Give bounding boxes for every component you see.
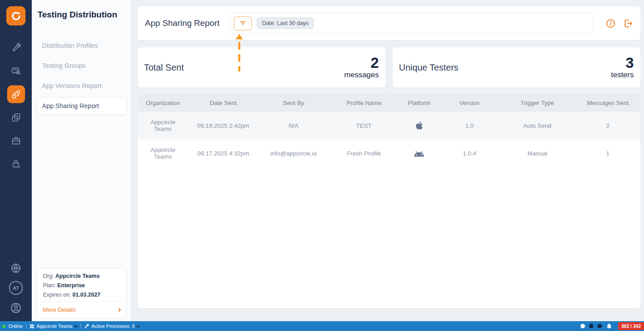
page-title: App Sharing Report <box>145 18 220 28</box>
cell-version: 1.0.4 <box>439 139 500 167</box>
status-dot-dark <box>597 324 602 328</box>
export-icon[interactable] <box>623 18 633 29</box>
total-sent-card: Total Sent 2 messages <box>138 47 386 88</box>
stat-value: 3 <box>611 55 634 71</box>
active-processes-button[interactable]: Active Processes: 3 <box>84 323 140 329</box>
app-window: AT Testing Distribution Distribution Pro… <box>0 0 644 321</box>
column-header-sent-by: Sent By <box>258 94 329 112</box>
sidebar-item-label: App Sharing Report <box>42 102 99 109</box>
rail-item-license[interactable] <box>7 155 25 173</box>
appcircle-logo[interactable] <box>6 6 25 25</box>
bell-icon[interactable] <box>606 323 612 329</box>
android-icon <box>414 151 424 157</box>
stat-label: Unique Testers <box>399 63 458 73</box>
sidebar-item-label: App Versions Report <box>42 82 102 89</box>
chevron-up-icon <box>74 325 78 329</box>
rail-item-testing-distribution[interactable] <box>7 85 25 103</box>
cell-profile-name: Fresh Profile <box>329 139 399 167</box>
document-search-icon <box>11 66 21 76</box>
filter-bar: Date: Last 30 days <box>230 13 593 34</box>
cell-sent-by: info@appcircle.io <box>258 139 329 167</box>
module-rail: AT <box>0 0 32 321</box>
main-content: App Sharing Report Date: Last 30 days <box>131 0 644 321</box>
date-filter-chip[interactable]: Date: Last 30 days <box>257 17 314 29</box>
cell-messages-sent: 2 <box>575 112 640 139</box>
expires-line: Expires on: 01.03.2027 <box>43 292 120 298</box>
sidebar-item-app-sharing-report[interactable]: App Sharing Report <box>37 97 127 115</box>
unique-testers-card: Unique Testers 3 testers <box>393 47 640 88</box>
sidebar: Testing Distribution Distribution Profil… <box>32 0 131 321</box>
cell-trigger-type: Auto Send <box>500 112 575 139</box>
org-line: Org: Appcircle Teams <box>43 273 120 279</box>
rail-item-signing-identities[interactable] <box>7 62 25 80</box>
column-header-messages-sent: Messages Sent <box>575 94 640 112</box>
plan-line: Plan: Enterprise <box>43 282 120 289</box>
table-header: Organization Date Sent Sent By Profile N… <box>138 94 640 112</box>
stat-unit: messages <box>344 71 379 80</box>
more-details-button[interactable]: More Details <box>37 301 126 318</box>
sidebar-item-testing-groups[interactable]: Testing Groups <box>37 57 127 75</box>
org-info-box: Org: Appcircle Teams Plan: Enterprise Ex… <box>37 268 127 318</box>
column-header-date-sent: Date Sent <box>188 94 258 112</box>
column-header-version: Version <box>439 94 500 112</box>
wrench-icon <box>84 324 89 329</box>
sharing-report-table: Organization Date Sent Sent By Profile N… <box>138 94 640 167</box>
org-avatar-initials: AT <box>13 285 19 291</box>
info-icon[interactable] <box>606 18 616 29</box>
cell-sent-by: N/A <box>258 112 329 139</box>
divider <box>80 323 81 329</box>
filter-icon <box>238 19 247 27</box>
rail-item-publish[interactable] <box>7 109 25 126</box>
plan-label: Plan: <box>43 282 56 289</box>
rail-item-docs-globe[interactable] <box>7 259 25 277</box>
lock-icon <box>11 159 21 169</box>
cell-organization: Appcircle Teams <box>138 112 188 139</box>
statusbar-org-selector[interactable]: Appcircle Teams <box>30 323 78 329</box>
stat-value-group: 2 messages <box>344 55 379 80</box>
cell-trigger-type: Manual <box>500 139 575 167</box>
usage-badge[interactable]: 302 / 342 <box>618 322 644 330</box>
publish-icon <box>11 113 21 122</box>
cell-platform <box>399 112 439 139</box>
cell-date-sent: 09.19.2025 2:42pm <box>188 112 258 139</box>
active-processes-label: Active Processes: 3 <box>91 323 135 329</box>
stat-label: Total Sent <box>144 63 184 73</box>
org-label: Org: <box>43 273 54 279</box>
cell-platform <box>399 139 439 167</box>
column-header-trigger-type: Trigger Type <box>500 94 575 112</box>
filter-button[interactable] <box>234 17 252 30</box>
column-header-organization: Organization <box>138 94 188 112</box>
rail-item-enterprise-store[interactable] <box>7 132 25 150</box>
org-value: Appcircle Teams <box>55 273 100 279</box>
table-row: Appcircle Teams 09.19.2025 2:42pm N/A TE… <box>138 112 640 139</box>
status-dot-white <box>580 324 585 328</box>
appcircle-logo-icon <box>10 10 22 22</box>
stat-value-group: 3 testers <box>611 55 634 80</box>
cell-version: 1.0 <box>439 112 500 139</box>
table-row: Appcircle Teams 09.17.2025 4:32pm info@a… <box>138 139 640 167</box>
org-grid-icon <box>30 324 34 329</box>
online-label: Online <box>8 323 23 329</box>
header-action-icons <box>606 18 633 29</box>
status-dot-dark <box>589 324 593 328</box>
apple-icon <box>415 121 423 130</box>
stat-value: 2 <box>344 55 379 71</box>
sidebar-item-distribution-profiles[interactable]: Distribution Profiles <box>37 37 127 54</box>
user-circle-icon <box>10 302 22 314</box>
cell-profile-name: TEST <box>329 112 399 139</box>
rail-item-profile[interactable] <box>7 299 25 317</box>
cell-organization: Appcircle Teams <box>138 139 188 167</box>
column-header-profile-name: Profile Name <box>329 94 399 112</box>
sharing-report-table-card: Organization Date Sent Sent By Profile N… <box>138 94 640 308</box>
cell-messages-sent: 1 <box>575 139 640 167</box>
column-header-platform: Platform <box>399 94 439 112</box>
wrench-icon <box>11 43 21 53</box>
expires-value: 01.03.2027 <box>72 292 101 298</box>
org-avatar[interactable]: AT <box>9 281 23 295</box>
rail-item-build[interactable] <box>7 39 25 57</box>
sidebar-item-label: Distribution Profiles <box>42 42 98 49</box>
sidebar-title: Testing Distribution <box>37 10 127 20</box>
sidebar-item-app-versions-report[interactable]: App Versions Report <box>37 77 127 95</box>
testing-distribution-icon <box>11 89 21 99</box>
online-status-dot <box>2 325 5 328</box>
